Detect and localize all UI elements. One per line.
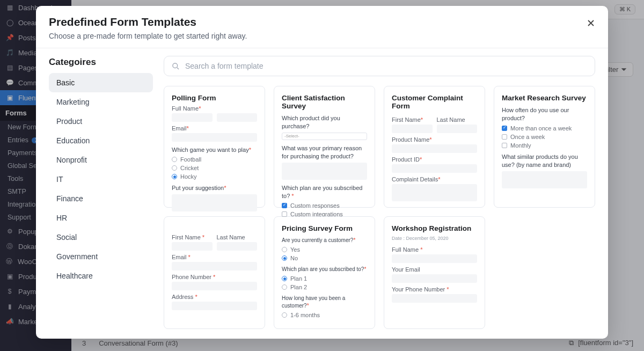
search-field-wrap[interactable] <box>164 56 595 76</box>
category-basic[interactable]: Basic <box>49 73 153 92</box>
modal-overlay[interactable]: Predefined Form Templates Choose a pre-m… <box>0 0 644 351</box>
select-placeholder: -Select- <box>282 133 367 140</box>
modal-title: Predefined Form Templates <box>49 16 595 28</box>
category-product[interactable]: Product <box>49 112 153 131</box>
categories-column: Categoires Basic Marketing Product Educa… <box>36 48 158 339</box>
svg-point-0 <box>173 63 178 68</box>
category-nonprofit[interactable]: Nonprofit <box>49 150 153 170</box>
card-title: Polling Form <box>172 94 257 102</box>
category-healthcare[interactable]: Healthcare <box>49 266 153 286</box>
close-icon <box>587 19 595 27</box>
card-title: Client Satisfaction Survey <box>282 94 367 110</box>
template-card-contact[interactable]: First Name * Last Name Email * Phone Num… <box>164 216 265 329</box>
category-finance[interactable]: Finance <box>49 189 153 208</box>
search-icon <box>172 62 180 70</box>
template-card-workshop-registration[interactable]: Workshop Registration Date : December 05… <box>384 216 485 329</box>
card-title: Workshop Registration <box>392 224 477 232</box>
category-marketing[interactable]: Marketing <box>49 92 153 112</box>
modal-header: Predefined Form Templates Choose a pre-m… <box>36 6 608 48</box>
template-card-market-research[interactable]: Market Research Survey How often do you … <box>494 86 595 208</box>
card-title: Pricing Survey Form <box>282 224 367 232</box>
search-input[interactable] <box>185 62 587 70</box>
template-card-pricing-survey[interactable]: Pricing Survey Form Are you currently a … <box>274 216 375 329</box>
categories-heading: Categoires <box>49 57 153 68</box>
close-button[interactable] <box>583 16 598 31</box>
template-card-polling[interactable]: Polling Form Full Name* Email* Which gam… <box>164 86 265 208</box>
category-education[interactable]: Education <box>49 131 153 150</box>
modal-subtitle: Choose a pre-made form template to get s… <box>49 32 595 40</box>
templates-main: Polling Form Full Name* Email* Which gam… <box>158 48 608 339</box>
card-title: Market Research Survey <box>502 94 587 102</box>
template-card-client-satisfaction[interactable]: Client Satisfaction Survey Which product… <box>274 86 375 208</box>
template-cards-grid: Polling Form Full Name* Email* Which gam… <box>164 86 595 331</box>
category-social[interactable]: Social <box>49 228 153 247</box>
card-title: Customer Complaint Form <box>392 94 477 110</box>
category-hr[interactable]: HR <box>49 208 153 228</box>
templates-modal: Predefined Form Templates Choose a pre-m… <box>36 6 608 339</box>
template-card-customer-complaint[interactable]: Customer Complaint Form First Name* Last… <box>384 86 485 208</box>
workshop-date: Date : December 05, 2020 <box>392 236 477 241</box>
category-it[interactable]: IT <box>49 170 153 189</box>
category-government[interactable]: Government <box>49 247 153 266</box>
